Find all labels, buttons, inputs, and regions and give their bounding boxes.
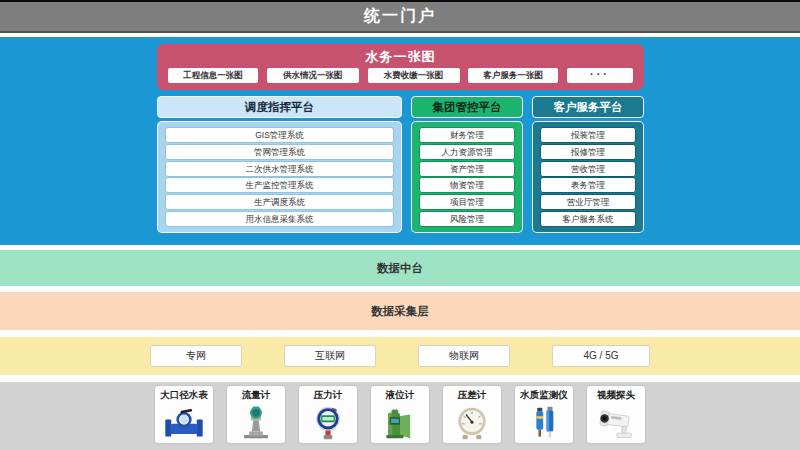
diff-pressure-gauge-icon	[453, 402, 491, 443]
module-assets[interactable]: 资产管理	[419, 161, 515, 177]
system-water-info-collection[interactable]: 用水信息采集系统	[165, 211, 394, 227]
device-band: 大口径水表 流量计	[0, 382, 800, 450]
module-revenue[interactable]: 营收管理	[540, 161, 636, 177]
button-4g-5g[interactable]: 4G / 5G	[552, 345, 650, 367]
water-quality-probe-icon	[526, 402, 562, 443]
button-fee-collection-map[interactable]: 水费收缴一张图	[368, 68, 460, 83]
device-card-flow-meter: 流量计	[227, 386, 285, 443]
module-repair[interactable]: 报修管理	[540, 144, 636, 160]
platform-columns: 调度指挥平台 GIS管理系统 管网管理系统 二次供水管理系统 生产监控管理系统 …	[157, 96, 644, 233]
network-band: 专网 互联网 物联网 4G / 5G	[0, 337, 800, 375]
device-card-level-meter: 液位计	[371, 386, 429, 443]
module-business-hall[interactable]: 营业厅管理	[540, 194, 636, 210]
data-acquisition-label: 数据采集层	[371, 304, 429, 319]
device-card-diff-pressure-gauge: 压差计	[443, 386, 501, 443]
water-one-map-buttons: 工程信息一张图 供水情况一张图 水费收缴一张图 客户服务一张图 ···	[168, 68, 633, 83]
device-card-pressure-gauge: 压力计	[299, 386, 357, 443]
group-platform-title: 集团管控平台	[411, 96, 523, 118]
system-production-dispatch[interactable]: 生产调度系统	[165, 194, 394, 210]
water-meter-icon	[162, 402, 206, 443]
page-title: 统一门户	[364, 6, 436, 27]
device-card-video-camera: 视频探头	[587, 386, 645, 443]
water-one-map-title: 水务一张图	[168, 47, 633, 66]
water-one-map-panel: 水务一张图 工程信息一张图 供水情况一张图 水费收缴一张图 客户服务一张图 ··…	[157, 44, 644, 90]
module-installation[interactable]: 报装管理	[540, 127, 636, 143]
flow-meter-icon	[236, 402, 276, 443]
module-risk[interactable]: 风险管理	[419, 211, 515, 227]
level-meter-icon	[380, 402, 420, 443]
customer-platform-title: 客户服务平台	[532, 96, 644, 118]
device-label: 视频探头	[597, 389, 635, 402]
data-middle-platform-label: 数据中台	[377, 261, 423, 276]
module-finance[interactable]: 财务管理	[419, 127, 515, 143]
dispatch-platform-body: GIS管理系统 管网管理系统 二次供水管理系统 生产监控管理系统 生产调度系统 …	[157, 121, 402, 233]
module-materials[interactable]: 物资管理	[419, 177, 515, 193]
button-iot-network[interactable]: 物联网	[418, 345, 510, 367]
device-card-water-quality-monitor: 水质监测仪	[515, 386, 573, 443]
system-pipe-network[interactable]: 管网管理系统	[165, 144, 394, 160]
device-label: 压差计	[458, 389, 487, 402]
group-platform-body: 财务管理 人力资源管理 资产管理 物资管理 项目管理 风险管理	[411, 121, 523, 233]
data-acquisition-band: 数据采集层	[0, 292, 800, 330]
portal-header: 统一门户	[0, 2, 800, 33]
video-camera-icon	[595, 402, 637, 443]
device-card-water-meter: 大口径水表	[155, 386, 213, 443]
button-project-info-map[interactable]: 工程信息一张图	[168, 68, 258, 83]
button-private-network[interactable]: 专网	[150, 345, 242, 367]
module-projects[interactable]: 项目管理	[419, 194, 515, 210]
button-internet[interactable]: 互联网	[284, 345, 376, 367]
data-middle-platform-band: 数据中台	[0, 250, 800, 286]
dispatch-platform-title: 调度指挥平台	[157, 96, 402, 118]
device-label: 大口径水表	[160, 389, 208, 402]
module-meter-service[interactable]: 表务管理	[540, 177, 636, 193]
system-gis-management[interactable]: GIS管理系统	[165, 127, 394, 143]
system-production-monitoring[interactable]: 生产监控管理系统	[165, 177, 394, 193]
device-label: 流量计	[242, 389, 271, 402]
module-hr[interactable]: 人力资源管理	[419, 144, 515, 160]
customer-service-platform: 客户服务平台 报装管理 报修管理 营收管理 表务管理 营业厅管理 客户服务系统	[532, 96, 644, 233]
button-customer-service-map[interactable]: 客户服务一张图	[468, 68, 558, 83]
module-customer-service[interactable]: 客户服务系统	[540, 211, 636, 227]
group-control-platform: 集团管控平台 财务管理 人力资源管理 资产管理 物资管理 项目管理 风险管理	[411, 96, 523, 233]
button-more-maps[interactable]: ···	[567, 68, 633, 83]
device-label: 压力计	[314, 389, 343, 402]
device-label: 水质监测仪	[520, 389, 568, 402]
device-label: 液位计	[386, 389, 415, 402]
dispatch-command-platform: 调度指挥平台 GIS管理系统 管网管理系统 二次供水管理系统 生产监控管理系统 …	[157, 96, 402, 233]
pressure-gauge-icon	[309, 402, 347, 443]
system-secondary-supply[interactable]: 二次供水管理系统	[165, 161, 394, 177]
customer-platform-body: 报装管理 报修管理 营收管理 表务管理 营业厅管理 客户服务系统	[532, 121, 644, 233]
button-supply-status-map[interactable]: 供水情况一张图	[267, 68, 359, 83]
